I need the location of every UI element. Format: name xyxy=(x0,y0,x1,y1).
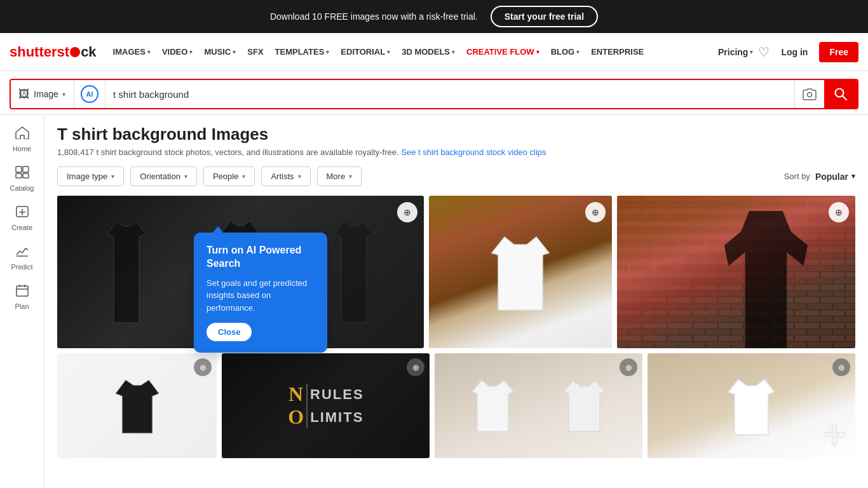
page-subtitle: 1,808,417 t shirt background stock photo… xyxy=(57,147,855,157)
chevron-down-icon: ▾ xyxy=(750,49,753,55)
nav-label: EDITORIAL xyxy=(341,47,385,57)
nav-item-video[interactable]: VIDEO ▾ xyxy=(158,44,197,60)
svg-point-31 xyxy=(836,432,845,437)
video-clips-link[interactable]: See t shirt background stock video clips xyxy=(401,147,546,157)
sidebar-item-plan[interactable]: Plan xyxy=(0,279,44,315)
svg-line-2 xyxy=(843,96,846,100)
nav-item-images[interactable]: IMAGES ▾ xyxy=(109,44,155,60)
svg-marker-28 xyxy=(728,379,775,435)
search-button[interactable] xyxy=(824,80,857,108)
nav-item-blog[interactable]: BLOG ▾ xyxy=(546,44,585,60)
sidebar-item-create[interactable]: Create xyxy=(0,200,44,236)
image-type-icon: 🖼 xyxy=(18,88,30,101)
banner-text: Download 10 FREE images now with a risk-… xyxy=(270,11,478,22)
login-button[interactable]: Log in xyxy=(775,43,814,61)
sidebar-item-label: Create xyxy=(11,224,32,231)
nav-item-enterprise[interactable]: ENTERPRISE xyxy=(587,44,648,60)
svg-point-33 xyxy=(824,432,832,437)
zoom-button[interactable]: ⊕ xyxy=(829,202,849,222)
image-card[interactable]: ⊕ xyxy=(617,196,855,348)
ai-search-toggle[interactable]: AI xyxy=(74,80,105,108)
nav-item-editorial[interactable]: EDITORIAL ▾ xyxy=(336,44,395,60)
image-card[interactable]: ⊕ xyxy=(429,196,612,348)
sidebar-item-home[interactable]: Home xyxy=(0,121,44,158)
sort-container: Sort by Popular ▾ xyxy=(784,172,855,182)
search-input[interactable] xyxy=(105,89,794,100)
nav-item-templates[interactable]: TEMPLATES ▾ xyxy=(271,44,334,60)
ai-tooltip-popup: Turn on AI Powered Search Set goals and … xyxy=(194,233,327,353)
zoom-button[interactable]: ⊕ xyxy=(585,202,606,222)
svg-rect-24 xyxy=(617,196,855,348)
predict-icon xyxy=(15,245,29,261)
sidebar: Home Catalog Create Predict Plan xyxy=(0,115,44,488)
image-card[interactable]: ⊕ xyxy=(648,353,855,458)
artists-filter[interactable]: Artists ▾ xyxy=(261,166,310,186)
svg-marker-19 xyxy=(335,221,373,323)
zoom-button[interactable]: ⊕ xyxy=(832,358,850,376)
svg-marker-25 xyxy=(116,381,158,433)
chevron-down-icon: ▾ xyxy=(242,173,245,180)
nav-item-3dmodels[interactable]: 3D MODELS ▾ xyxy=(397,44,459,60)
trial-button[interactable]: Start your free trial xyxy=(491,6,598,27)
camera-search-button[interactable] xyxy=(794,80,824,108)
sidebar-item-label: Plan xyxy=(15,302,29,310)
sidebar-item-label: Home xyxy=(13,145,31,152)
nav-label: MUSIC xyxy=(204,47,231,57)
chevron-down-icon: ▾ xyxy=(349,173,352,180)
svg-marker-27 xyxy=(564,381,605,431)
free-button[interactable]: Free xyxy=(819,42,858,62)
orientation-filter[interactable]: Orientation ▾ xyxy=(130,166,197,186)
svg-rect-6 xyxy=(23,173,29,178)
nav-label: ENTERPRISE xyxy=(591,47,644,57)
search-type-dropdown[interactable]: 🖼 Image ▾ xyxy=(11,80,74,108)
ai-tooltip-close-button[interactable]: Close xyxy=(207,323,252,341)
sort-label: Sort by xyxy=(784,172,810,181)
image-card[interactable]: ⊕ xyxy=(435,353,642,458)
more-filter[interactable]: More ▾ xyxy=(317,166,362,186)
zoom-button[interactable]: ⊕ xyxy=(620,358,637,376)
chevron-down-icon: ▾ xyxy=(387,49,390,55)
main-nav: shutterstck IMAGES ▾ VIDEO ▾ MUSIC ▾ SFX… xyxy=(0,33,868,71)
sidebar-item-label: Catalog xyxy=(10,184,34,192)
nav-label: IMAGES xyxy=(113,47,146,57)
nav-pricing[interactable]: Pricing ▾ xyxy=(718,47,753,57)
svg-point-30 xyxy=(832,424,837,433)
svg-point-32 xyxy=(832,437,837,445)
filter-label: Orientation xyxy=(140,172,180,181)
favorites-icon[interactable]: ♡ xyxy=(758,44,770,60)
sidebar-item-predict[interactable]: Predict xyxy=(0,240,44,276)
logo[interactable]: shutterstck xyxy=(10,44,97,60)
image-card[interactable]: ⊕ xyxy=(57,353,217,458)
chevron-down-icon: ▾ xyxy=(233,49,236,55)
svg-marker-26 xyxy=(472,381,513,431)
nav-label: TEMPLATES xyxy=(275,47,325,57)
svg-marker-17 xyxy=(107,221,146,323)
chevron-down-icon: ▾ xyxy=(851,172,855,180)
nav-item-sfx[interactable]: SFX xyxy=(243,44,268,60)
chevron-down-icon: ▾ xyxy=(184,173,187,180)
chevron-down-icon: ▾ xyxy=(452,49,455,55)
svg-rect-3 xyxy=(16,166,22,172)
chevron-down-icon: ▾ xyxy=(62,91,65,98)
nav-item-music[interactable]: MUSIC ▾ xyxy=(200,44,240,60)
sidebar-item-catalog[interactable]: Catalog xyxy=(0,161,44,197)
filters-bar: Image type ▾ Orientation ▾ People ▾ Arti… xyxy=(57,166,855,186)
sort-value: Popular xyxy=(815,172,848,182)
people-filter[interactable]: People ▾ xyxy=(203,166,255,186)
home-icon xyxy=(15,126,29,142)
ai-tooltip-title: Turn on AI Powered Search xyxy=(207,244,315,271)
content-area: T shirt background Images 1,808,417 t sh… xyxy=(44,115,868,488)
zoom-button[interactable]: ⊕ xyxy=(397,202,417,222)
ai-label: AI xyxy=(86,90,93,98)
sort-dropdown[interactable]: Popular ▾ xyxy=(815,172,855,182)
nav-label: SFX xyxy=(247,47,263,57)
ai-icon: AI xyxy=(81,85,98,103)
nav-item-creative-flow[interactable]: CREATIVE FLOW ▾ xyxy=(462,44,544,60)
svg-rect-5 xyxy=(16,173,22,178)
page-title: T shirt background Images xyxy=(57,125,855,144)
sidebar-item-label: Predict xyxy=(11,263,32,271)
nav-label: BLOG xyxy=(551,47,575,57)
image-card[interactable]: N O RULES LIMITS ⊕ xyxy=(222,353,430,458)
image-type-filter[interactable]: Image type ▾ xyxy=(57,166,124,186)
catalog-icon xyxy=(15,166,29,182)
